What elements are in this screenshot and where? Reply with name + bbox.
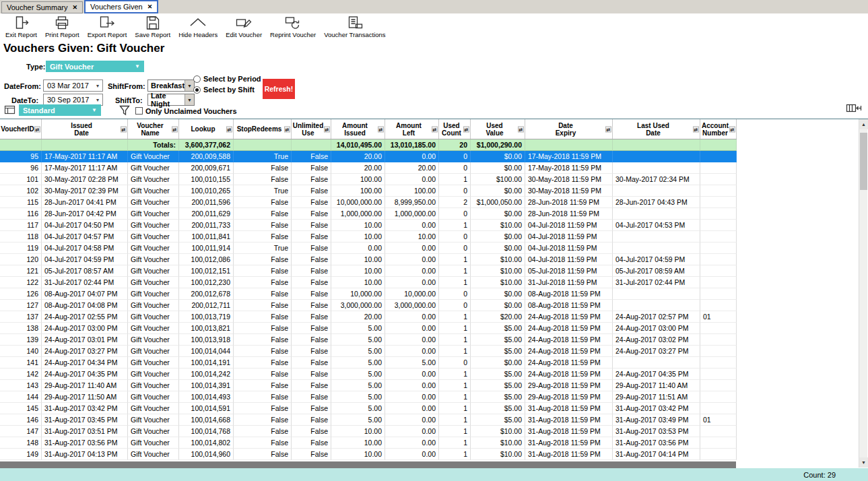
column-sort-icon[interactable]: ⇄ bbox=[378, 126, 384, 132]
table-row[interactable]: 9517-May-2017 11:17 AMGift Voucher200,00… bbox=[0, 151, 737, 162]
cell: 20.00 bbox=[331, 162, 385, 174]
table-row[interactable]: 13924-Aug-2017 03:01 PMGift Voucher100,0… bbox=[0, 334, 737, 346]
cell: Gift Voucher bbox=[128, 277, 179, 288]
reprint-voucher-button[interactable]: Reprint Voucher bbox=[266, 15, 320, 39]
only-unclaimed-checkbox[interactable] bbox=[135, 107, 143, 115]
table-row[interactable]: 14024-Aug-2017 03:27 PMGift Voucher100,0… bbox=[0, 346, 737, 357]
table-row[interactable]: 12105-Jul-2017 08:57 AMGift Voucher100,0… bbox=[0, 265, 737, 277]
column-sort-icon[interactable]: ⇄ bbox=[693, 126, 699, 132]
print-report-button[interactable]: Print Report bbox=[41, 15, 84, 39]
cell: 24-Aug-2017 03:02 PM bbox=[613, 334, 700, 346]
scrollbar-thumb[interactable] bbox=[860, 133, 867, 190]
cell: 200,011,596 bbox=[179, 197, 234, 208]
column-sort-icon[interactable]: ⇄ bbox=[432, 126, 438, 132]
cell: 0.00 bbox=[385, 449, 439, 460]
export-report-button[interactable]: Export Report bbox=[84, 15, 131, 39]
table-row[interactable]: 9617-May-2017 11:17 AMGift Voucher200,00… bbox=[0, 162, 737, 174]
table-row[interactable]: 10130-May-2017 02:28 PMGift Voucher100,0… bbox=[0, 174, 737, 185]
edit-voucher-button[interactable]: Edit Voucher bbox=[222, 15, 266, 39]
table-row[interactable]: 12608-Aug-2017 04:07 PMGift Voucher200,0… bbox=[0, 288, 737, 300]
table-row[interactable]: 11704-Jul-2017 04:50 PMGift Voucher200,0… bbox=[0, 220, 737, 231]
column-header-voucherid[interactable]: VoucherID⇄ bbox=[0, 119, 42, 139]
column-header-stopredeems[interactable]: StopRedeems⇄ bbox=[234, 119, 292, 139]
cell: 24-Aug-2017 02:55 PM bbox=[42, 311, 128, 323]
save-report-button[interactable]: Save Report bbox=[131, 15, 174, 39]
cell: False bbox=[234, 220, 292, 231]
cell: False bbox=[292, 174, 331, 185]
table-row[interactable]: 10230-May-2017 02:39 PMGift Voucher100,0… bbox=[0, 185, 737, 197]
column-sort-icon[interactable]: ⇄ bbox=[226, 126, 232, 132]
report-layout-icon[interactable] bbox=[4, 104, 16, 117]
table-row[interactable]: 11804-Jul-2017 04:57 PMGift Voucher100,0… bbox=[0, 231, 737, 243]
exit-report-button[interactable]: Exit Report bbox=[1, 15, 41, 39]
table-row[interactable]: 11904-Jul-2017 04:58 PMGift Voucher100,0… bbox=[0, 243, 737, 254]
column-header-lookup[interactable]: Lookup⇄ bbox=[179, 119, 234, 139]
table-row[interactable]: 14631-Aug-2017 03:45 PMGift Voucher100,0… bbox=[0, 414, 737, 426]
tab-close-icon[interactable]: ✕ bbox=[72, 4, 77, 11]
column-header-used-value[interactable]: Used Value⇄ bbox=[471, 119, 525, 139]
table-row[interactable]: 14831-Aug-2017 03:56 PMGift Voucher100,0… bbox=[0, 437, 737, 449]
column-sort-icon[interactable]: ⇄ bbox=[172, 126, 178, 132]
column-sort-icon[interactable]: ⇄ bbox=[729, 126, 735, 132]
tab-vouchers-given[interactable]: Vouchers Given✕ bbox=[84, 0, 158, 13]
shift-to-select[interactable]: Late Night ▼ bbox=[147, 94, 195, 106]
select-by-period-radio[interactable]: Select by Period bbox=[193, 75, 261, 83]
cell: 31-Aug-2018 11:59 PM bbox=[525, 437, 613, 449]
table-row[interactable]: 13724-Aug-2017 02:55 PMGift Voucher100,0… bbox=[0, 311, 737, 323]
cell: 3,600,377,062 bbox=[179, 139, 234, 151]
layout-select[interactable]: Standard ▼ bbox=[19, 104, 101, 116]
voucher-transactions-button[interactable]: Voucher Transactions bbox=[320, 15, 389, 39]
status-bar: Count: 29 bbox=[0, 468, 868, 481]
column-sort-icon[interactable]: ⇄ bbox=[121, 126, 127, 132]
column-header-amount-left[interactable]: Amount Left⇄ bbox=[385, 119, 439, 139]
shift-to-value: Late Night bbox=[151, 92, 185, 108]
shift-from-select[interactable]: Breakfast ▼ bbox=[147, 79, 195, 92]
column-header-date-expiry[interactable]: Date Expiry⇄ bbox=[525, 119, 613, 139]
column-header-unlimited-use[interactable]: Unlimited Use⇄ bbox=[292, 119, 331, 139]
column-sort-icon[interactable]: ⇄ bbox=[605, 126, 611, 132]
column-header-voucher-name[interactable]: Voucher Name⇄ bbox=[128, 119, 179, 139]
column-sort-icon[interactable]: ⇄ bbox=[284, 126, 290, 132]
hide-headers-button[interactable]: Hide Headers bbox=[174, 15, 222, 39]
date-from-select[interactable]: 03 Mar 2017 ▾ bbox=[43, 79, 103, 92]
cell bbox=[613, 208, 700, 220]
scroll-up-icon[interactable]: ▲ bbox=[859, 119, 868, 129]
cell bbox=[700, 323, 737, 334]
cell: 29-Aug-2017 11:50 AM bbox=[42, 391, 128, 403]
table-row[interactable]: 11528-Jun-2017 04:41 PMGift Voucher200,0… bbox=[0, 197, 737, 208]
column-sort-icon[interactable]: ⇄ bbox=[518, 126, 524, 132]
cell: 05-Jul-2017 08:59 AM bbox=[613, 265, 700, 277]
table-row[interactable]: 14329-Aug-2017 11:40 AMGift Voucher100,0… bbox=[0, 380, 737, 391]
filter-funnel-icon[interactable] bbox=[119, 105, 131, 117]
refresh-button[interactable]: Refresh! bbox=[263, 79, 295, 99]
table-row[interactable]: 14224-Aug-2017 04:35 PMGift Voucher100,0… bbox=[0, 368, 737, 380]
table-row[interactable]: 14531-Aug-2017 03:42 PMGift Voucher100,0… bbox=[0, 403, 737, 414]
table-row[interactable]: 14931-Aug-2017 04:13 PMGift Voucher100,0… bbox=[0, 449, 737, 460]
table-row[interactable]: 13824-Aug-2017 03:00 PMGift Voucher100,0… bbox=[0, 323, 737, 334]
column-header-account-number[interactable]: Account Number⇄ bbox=[700, 119, 737, 139]
table-row[interactable]: 12231-Jul-2017 02:44 PMGift Voucher100,0… bbox=[0, 277, 737, 288]
column-header-last-used-date[interactable]: Last Used Date⇄ bbox=[613, 119, 700, 139]
vertical-scrollbar[interactable]: ▲ ▼ bbox=[859, 119, 867, 468]
tab-voucher-summary[interactable]: Voucher Summary✕ bbox=[1, 1, 83, 13]
table-row[interactable]: 14429-Aug-2017 11:50 AMGift Voucher100,0… bbox=[0, 391, 737, 403]
column-header-amount-issued[interactable]: Amount Issued⇄ bbox=[331, 119, 385, 139]
column-header-issued-date[interactable]: Issued Date⇄ bbox=[42, 119, 128, 139]
table-row[interactable]: 14124-Aug-2017 04:34 PMGift Voucher100,0… bbox=[0, 357, 737, 368]
column-chooser-icon[interactable] bbox=[846, 103, 862, 115]
table-row[interactable]: 12708-Aug-2017 04:08 PMGift Voucher200,0… bbox=[0, 300, 737, 311]
select-by-shift-radio[interactable]: Select by Shift bbox=[193, 86, 255, 94]
column-sort-icon[interactable]: ⇄ bbox=[34, 126, 40, 132]
table-row[interactable]: 14731-Aug-2017 03:51 PMGift Voucher100,0… bbox=[0, 426, 737, 437]
column-sort-icon[interactable]: ⇄ bbox=[463, 126, 469, 132]
table-row[interactable]: 12004-Jul-2017 04:59 PMGift Voucher100,0… bbox=[0, 254, 737, 265]
scroll-down-icon[interactable]: ▼ bbox=[859, 457, 868, 468]
column-sort-icon[interactable]: ⇄ bbox=[324, 126, 330, 132]
voucher-type-select[interactable]: Gift Voucher ▼ bbox=[46, 61, 144, 72]
cell bbox=[700, 334, 737, 346]
tab-close-icon[interactable]: ✕ bbox=[147, 3, 153, 10]
table-row[interactable]: 11628-Jun-2017 04:42 PMGift Voucher200,0… bbox=[0, 208, 737, 220]
column-header-used-count[interactable]: Used Count⇄ bbox=[439, 119, 471, 139]
cell: 04-Jul-2017 04:58 PM bbox=[42, 243, 128, 254]
cell: False bbox=[234, 426, 292, 437]
